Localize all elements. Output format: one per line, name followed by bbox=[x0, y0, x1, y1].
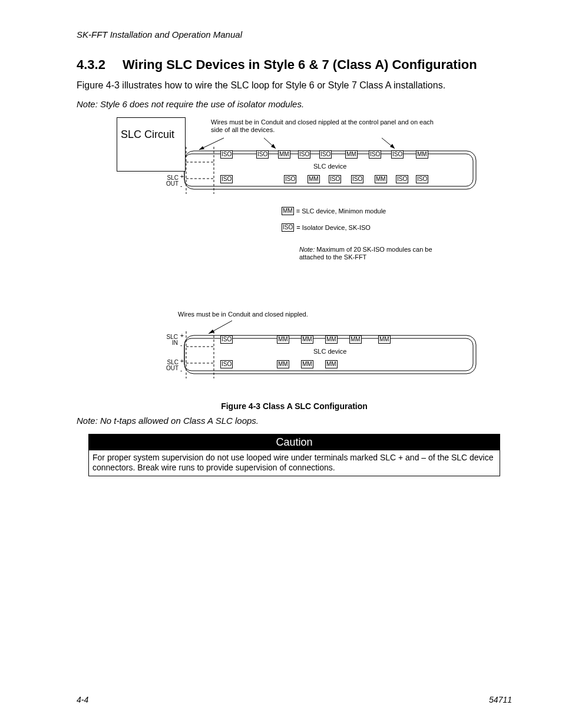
device-box: MM bbox=[349, 335, 362, 344]
svg-line-2 bbox=[199, 138, 224, 150]
section-title: Wiring SLC Devices in Style 6 & 7 (Class… bbox=[123, 57, 477, 73]
running-header: SK-FFT Installation and Operation Manual bbox=[77, 29, 512, 39]
svg-marker-5 bbox=[271, 144, 276, 149]
slc-out-label-top: SLC OUT bbox=[161, 175, 178, 187]
plus-bot-in: + bbox=[180, 333, 184, 340]
legend-mm-text: = SLC device, Minimon module bbox=[296, 207, 386, 215]
note-ttaps: Note: No t-taps allowed on Class A SLC l… bbox=[77, 416, 512, 426]
device-box: ISO bbox=[351, 175, 363, 183]
minus-bot-in: - bbox=[180, 342, 182, 349]
legend-mm-box: MM bbox=[282, 207, 294, 215]
plus-top-out: + bbox=[180, 174, 184, 180]
legend-note: Note: Maximum of 20 SK-ISO modules can b… bbox=[299, 246, 435, 261]
diag1-top-note: Wires must be in Conduit and closed nipp… bbox=[211, 118, 435, 134]
svg-line-4 bbox=[264, 138, 276, 149]
device-box: MM bbox=[325, 360, 338, 368]
minus-bot-out: - bbox=[180, 368, 182, 374]
device-box: ISO bbox=[369, 150, 381, 159]
plus-bot-out: + bbox=[180, 358, 184, 365]
device-box: MM bbox=[301, 360, 313, 368]
legend-iso-text: = Isolator Device, SK-ISO bbox=[296, 224, 371, 231]
caution-box: Caution For proper system supervision do… bbox=[88, 434, 500, 476]
device-box: MM bbox=[277, 335, 289, 344]
device-box: ISO bbox=[220, 150, 233, 159]
device-box: ISO bbox=[284, 175, 296, 183]
slc-out-label-bottom: SLC OUT bbox=[161, 360, 178, 372]
legend-iso: ISO = Isolator Device, SK-ISO bbox=[282, 223, 371, 232]
device-box: ISO bbox=[391, 150, 404, 159]
footer-doc-number: 54711 bbox=[489, 695, 512, 704]
section-heading: 4.3.2 Wiring SLC Devices in Style 6 & 7 … bbox=[77, 57, 512, 73]
svg-line-6 bbox=[382, 138, 395, 149]
section-number: 4.3.2 bbox=[77, 57, 123, 73]
svg-marker-7 bbox=[390, 144, 395, 149]
device-box: ISO bbox=[319, 150, 332, 159]
svg-line-14 bbox=[209, 321, 232, 334]
intro-paragraph: Figure 4-3 illustrates how to wire the S… bbox=[77, 80, 512, 92]
legend-mm: MM = SLC device, Minimon module bbox=[282, 207, 386, 215]
device-box: ISO bbox=[396, 175, 408, 183]
slc-panel-bottom: SLC Circuit bbox=[117, 117, 186, 172]
figure-caption: Figure 4-3 Class A SLC Configuration bbox=[77, 401, 512, 411]
device-box: MM bbox=[277, 360, 289, 368]
device-box: ISO bbox=[220, 360, 233, 368]
slc-device-label-2: SLC device bbox=[313, 348, 346, 355]
caution-header: Caution bbox=[89, 434, 500, 450]
figure-4-3-diagram: SLC Circuit SLC IN SLC OUT + - + - Wires… bbox=[117, 117, 512, 394]
device-box: MM bbox=[301, 335, 313, 344]
footer-page-number: 4-4 bbox=[77, 695, 88, 704]
legend-iso-box: ISO bbox=[282, 223, 294, 232]
diag2-top-note: Wires must be in Conduit and closed nipp… bbox=[178, 311, 308, 318]
device-box: ISO bbox=[416, 175, 428, 183]
device-box: ISO bbox=[329, 175, 341, 183]
caution-body: For proper system supervision do not use… bbox=[89, 450, 500, 476]
device-box: MM bbox=[345, 150, 358, 159]
device-box: ISO bbox=[220, 335, 233, 344]
device-box: ISO bbox=[220, 175, 233, 183]
device-box: MM bbox=[416, 150, 428, 159]
device-box: MM bbox=[325, 335, 338, 344]
device-box: MM bbox=[378, 335, 391, 344]
device-box: MM bbox=[308, 175, 320, 183]
device-box: ISO bbox=[298, 150, 310, 159]
slc-device-label-1: SLC device bbox=[313, 163, 346, 170]
minus-top-out: - bbox=[180, 183, 182, 190]
device-box: MM bbox=[375, 175, 387, 183]
device-box: MM bbox=[278, 150, 290, 159]
note-style6: Note: Style 6 does not require the use o… bbox=[77, 99, 512, 109]
panel-label-bottom: SLC Circuit bbox=[121, 129, 174, 141]
svg-marker-15 bbox=[209, 330, 214, 334]
svg-marker-3 bbox=[199, 146, 204, 150]
device-box: ISO bbox=[256, 150, 269, 159]
slc-in-label-bottom: SLC IN bbox=[163, 334, 178, 347]
